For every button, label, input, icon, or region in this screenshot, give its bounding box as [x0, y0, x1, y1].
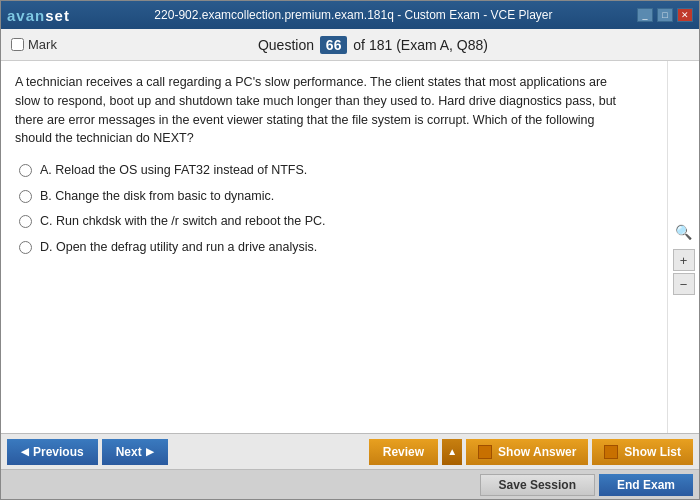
previous-button[interactable]: ◀ Previous: [7, 439, 98, 465]
review-chevron-icon: ▲: [447, 446, 457, 457]
next-button[interactable]: Next ▶: [102, 439, 168, 465]
mark-input[interactable]: [11, 38, 24, 51]
option-d[interactable]: D. Open the defrag utility and run a dri…: [19, 239, 627, 257]
mark-label: Mark: [28, 37, 57, 52]
zoom-out-button[interactable]: −: [673, 273, 695, 295]
logo: avanset: [7, 7, 70, 24]
option-c-radio[interactable]: [19, 215, 32, 228]
show-list-button[interactable]: Show List: [592, 439, 693, 465]
search-icon[interactable]: 🔍: [673, 221, 695, 243]
close-button[interactable]: ✕: [677, 8, 693, 22]
right-tools: 🔍 + −: [667, 61, 699, 433]
content-wrapper: A technician receives a call regarding a…: [1, 61, 699, 433]
zoom-in-button[interactable]: +: [673, 249, 695, 271]
option-c-label: C. Run chkdsk with the /r switch and reb…: [40, 213, 326, 231]
option-b[interactable]: B. Change the disk from basic to dynamic…: [19, 188, 627, 206]
show-answer-button[interactable]: Show Answer: [466, 439, 588, 465]
option-b-radio[interactable]: [19, 190, 32, 203]
title-bar: avanset 220-902.examcollection.premium.e…: [1, 1, 699, 29]
logo-avan: avan: [7, 7, 45, 24]
show-list-icon: [604, 445, 618, 459]
option-a[interactable]: A. Reload the OS using FAT32 instead of …: [19, 162, 627, 180]
review-dropdown-button[interactable]: ▲: [442, 439, 462, 465]
end-exam-button[interactable]: End Exam: [599, 474, 693, 496]
save-session-button[interactable]: Save Session: [480, 474, 595, 496]
option-a-label: A. Reload the OS using FAT32 instead of …: [40, 162, 307, 180]
show-answer-icon: [478, 445, 492, 459]
bottom-nav-bar: ◀ Previous Next ▶ Review ▲ Show Answer S…: [1, 433, 699, 469]
question-number: 66: [320, 36, 348, 54]
options-list: A. Reload the OS using FAT32 instead of …: [19, 162, 627, 256]
prev-arrow-icon: ◀: [21, 446, 29, 457]
mark-checkbox[interactable]: Mark: [11, 37, 57, 52]
minimize-button[interactable]: _: [637, 8, 653, 22]
maximize-button[interactable]: □: [657, 8, 673, 22]
review-button[interactable]: Review: [369, 439, 438, 465]
question-total: of 181 (Exam A, Q88): [353, 37, 488, 53]
option-d-label: D. Open the defrag utility and run a dri…: [40, 239, 317, 257]
option-b-label: B. Change the disk from basic to dynamic…: [40, 188, 274, 206]
option-d-radio[interactable]: [19, 241, 32, 254]
footer-bar: Save Session End Exam: [1, 469, 699, 499]
next-arrow-icon: ▶: [146, 446, 154, 457]
question-text: A technician receives a call regarding a…: [15, 73, 627, 148]
title-bar-left: avanset: [7, 7, 70, 24]
option-c[interactable]: C. Run chkdsk with the /r switch and reb…: [19, 213, 627, 231]
logo-set: set: [45, 7, 70, 24]
window-title: 220-902.examcollection.premium.exam.181q…: [70, 8, 637, 22]
option-a-radio[interactable]: [19, 164, 32, 177]
question-info: Question 66 of 181 (Exam A, Q88): [57, 36, 689, 54]
question-label: Question: [258, 37, 314, 53]
content-area: A technician receives a call regarding a…: [1, 61, 667, 433]
window-controls: _ □ ✕: [637, 8, 693, 22]
toolbar: Mark Question 66 of 181 (Exam A, Q88): [1, 29, 699, 61]
app-window: avanset 220-902.examcollection.premium.e…: [0, 0, 700, 500]
